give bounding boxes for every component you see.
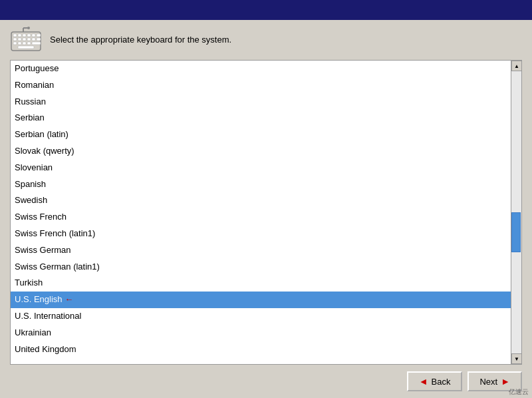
back-button[interactable]: ◄ Back bbox=[407, 371, 463, 391]
list-item[interactable]: Spanish bbox=[11, 176, 511, 193]
watermark: 亿速云 bbox=[509, 387, 529, 397]
header-section: Select the appropriate keyboard for the … bbox=[10, 27, 522, 53]
list-item[interactable]: Romanian bbox=[11, 77, 511, 94]
svg-rect-13 bbox=[13, 42, 17, 45]
svg-rect-8 bbox=[18, 38, 21, 41]
list-item[interactable]: Russian bbox=[11, 94, 511, 110]
instruction-text: Select the appropriate keyboard for the … bbox=[50, 35, 231, 45]
svg-rect-1 bbox=[13, 34, 17, 37]
scrollbar-down-btn[interactable]: ▼ bbox=[511, 353, 522, 364]
list-item[interactable]: United Kingdom bbox=[11, 341, 511, 358]
list-item[interactable]: Portuguese bbox=[11, 61, 511, 77]
bottom-buttons: ◄ Back Next ► bbox=[10, 371, 522, 391]
scrollbar-up-btn[interactable]: ▲ bbox=[511, 61, 522, 71]
back-label: Back bbox=[432, 377, 451, 387]
svg-rect-6 bbox=[37, 34, 41, 37]
svg-rect-10 bbox=[27, 38, 31, 41]
list-item[interactable]: Slovenian bbox=[11, 160, 511, 176]
selection-arrow-icon: ← bbox=[63, 294, 74, 304]
scrollbar-thumb-area bbox=[511, 71, 521, 353]
content-area: Select the appropriate keyboard for the … bbox=[0, 20, 532, 398]
svg-rect-5 bbox=[32, 34, 35, 37]
list-item[interactable]: U.S. English ← bbox=[11, 292, 511, 308]
svg-rect-16 bbox=[27, 42, 31, 45]
list-item[interactable]: Serbian bbox=[11, 110, 511, 126]
list-item[interactable]: Swiss French (latin1) bbox=[11, 226, 511, 242]
list-item[interactable]: U.S. International bbox=[11, 308, 511, 325]
svg-rect-14 bbox=[18, 42, 21, 45]
svg-rect-18 bbox=[18, 46, 34, 49]
list-item[interactable]: Swiss German (latin1) bbox=[11, 259, 511, 276]
svg-rect-15 bbox=[23, 42, 26, 45]
list-item[interactable]: Ukrainian bbox=[11, 325, 511, 341]
svg-rect-4 bbox=[27, 34, 31, 37]
svg-rect-11 bbox=[32, 38, 35, 41]
back-arrow-icon: ◄ bbox=[419, 376, 428, 387]
scrollbar-track: ▲ ▼ bbox=[511, 61, 521, 364]
next-label: Next bbox=[479, 377, 497, 387]
header-text: Select the appropriate keyboard for the … bbox=[50, 33, 231, 47]
svg-rect-9 bbox=[23, 38, 26, 41]
svg-rect-7 bbox=[13, 38, 17, 41]
scrollbar-thumb[interactable] bbox=[511, 212, 521, 252]
svg-rect-12 bbox=[37, 38, 41, 41]
svg-rect-2 bbox=[18, 34, 21, 37]
list-container: PortugueseRomanianRussianSerbianSerbian … bbox=[10, 60, 522, 365]
list-item[interactable]: Swiss German bbox=[11, 242, 511, 259]
list-item[interactable]: Slovak (qwerty) bbox=[11, 143, 511, 160]
svg-rect-3 bbox=[23, 34, 26, 37]
top-bar bbox=[0, 0, 532, 20]
keyboard-icon bbox=[10, 27, 42, 53]
list-item[interactable]: Serbian (latin) bbox=[11, 126, 511, 143]
list-scroll[interactable]: PortugueseRomanianRussianSerbianSerbian … bbox=[11, 61, 511, 364]
list-item[interactable]: Swedish bbox=[11, 192, 511, 209]
svg-rect-17 bbox=[32, 42, 41, 45]
list-item[interactable]: Turkish bbox=[11, 275, 511, 292]
next-arrow-icon: ► bbox=[501, 376, 510, 387]
list-item[interactable]: Swiss French bbox=[11, 209, 511, 226]
svg-point-21 bbox=[27, 27, 30, 29]
